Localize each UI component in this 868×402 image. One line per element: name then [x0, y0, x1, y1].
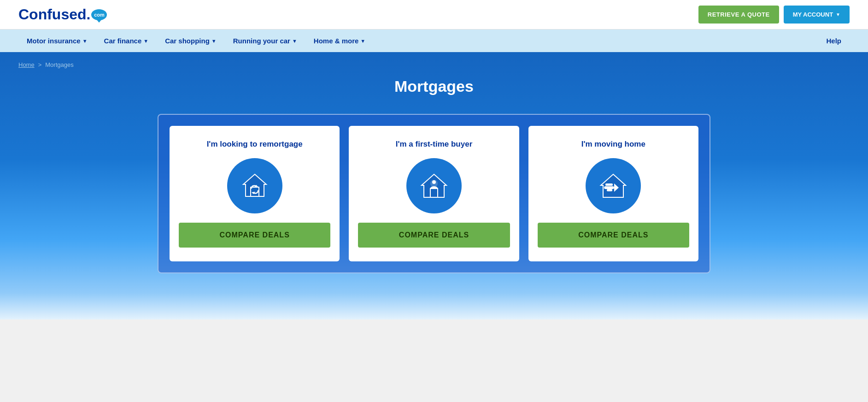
chevron-down-icon: ▼: [143, 38, 148, 44]
breadcrumb-current: Mortgages: [45, 61, 73, 68]
nav-label-motor-insurance: Motor insurance: [27, 37, 81, 45]
logo-bubble-text: com: [94, 12, 105, 18]
compare-deals-button-moving-home[interactable]: COMPARE DEALS: [538, 223, 689, 248]
hero-section: Home > Mortgages Mortgages I'm looking t…: [0, 52, 868, 319]
logo: Confused. com: [18, 6, 107, 23]
nav-item-running-your-car[interactable]: Running your car ▼: [225, 30, 305, 52]
my-account-label: MY ACCOUNT: [793, 11, 833, 18]
page-title: Mortgages: [18, 77, 850, 95]
header: Confused. com RETRIEVE A QUOTE MY ACCOUN…: [0, 0, 868, 30]
nav-item-home-more[interactable]: Home & more ▼: [305, 30, 374, 52]
svg-rect-11: [607, 189, 612, 191]
chevron-down-icon: ▼: [360, 38, 365, 44]
svg-rect-9: [604, 186, 614, 189]
nav-label-home-more: Home & more: [314, 37, 359, 45]
compare-deals-button-first-time[interactable]: COMPARE DEALS: [358, 223, 510, 248]
first-time-buyer-icon: [406, 158, 462, 213]
compare-deals-button-remortgage[interactable]: COMPARE DEALS: [179, 223, 330, 248]
card-remortgage: I'm looking to remortgage COMPARE DEALS: [170, 126, 340, 261]
nav-item-motor-insurance[interactable]: Motor insurance ▼: [18, 30, 96, 52]
logo-bubble: com: [91, 9, 107, 20]
remortgage-icon: [227, 158, 282, 213]
card-moving-home: I'm moving home COMPARE DEALS: [528, 126, 698, 261]
chevron-down-icon: ▼: [82, 38, 88, 44]
nav-help[interactable]: Help: [818, 30, 850, 52]
breadcrumb: Home > Mortgages: [18, 61, 850, 68]
nav-item-car-finance[interactable]: Car finance ▼: [96, 30, 157, 52]
breadcrumb-home[interactable]: Home: [18, 61, 35, 68]
moving-home-icon: [586, 158, 641, 213]
nav-label-car-finance: Car finance: [104, 37, 142, 45]
nav-label-car-shopping: Car shopping: [165, 37, 210, 45]
svg-marker-8: [601, 174, 626, 197]
card-first-time: I'm a first-time buyer COMPARE DEALS: [349, 126, 519, 261]
card-remortgage-title: I'm looking to remortgage: [207, 140, 303, 149]
card-first-time-title: I'm a first-time buyer: [396, 140, 473, 149]
breadcrumb-separator: >: [38, 61, 42, 68]
chevron-down-icon: ▼: [836, 12, 840, 17]
header-buttons: RETRIEVE A QUOTE MY ACCOUNT ▼: [698, 6, 850, 24]
logo-text: Confused.: [18, 6, 90, 23]
main-nav: Motor insurance ▼ Car finance ▼ Car shop…: [0, 30, 868, 52]
nav-label-running-your-car: Running your car: [233, 37, 290, 45]
card-moving-home-title: I'm moving home: [581, 140, 645, 149]
my-account-button[interactable]: MY ACCOUNT ▼: [784, 6, 850, 24]
cards-wrapper: I'm looking to remortgage COMPARE DEALS …: [158, 114, 710, 273]
chevron-down-icon: ▼: [211, 38, 217, 44]
chevron-down-icon: ▼: [292, 38, 297, 44]
svg-point-7: [432, 180, 436, 184]
svg-rect-5: [430, 188, 438, 197]
svg-rect-10: [605, 183, 613, 186]
retrieve-quote-button[interactable]: RETRIEVE A QUOTE: [698, 6, 779, 24]
nav-item-car-shopping[interactable]: Car shopping ▼: [157, 30, 225, 52]
